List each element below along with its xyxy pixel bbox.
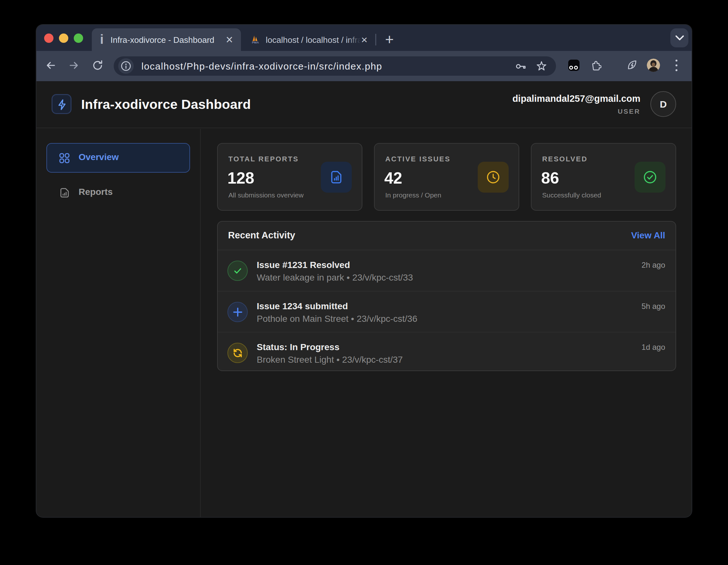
svg-text:PMA: PMA <box>252 41 259 44</box>
